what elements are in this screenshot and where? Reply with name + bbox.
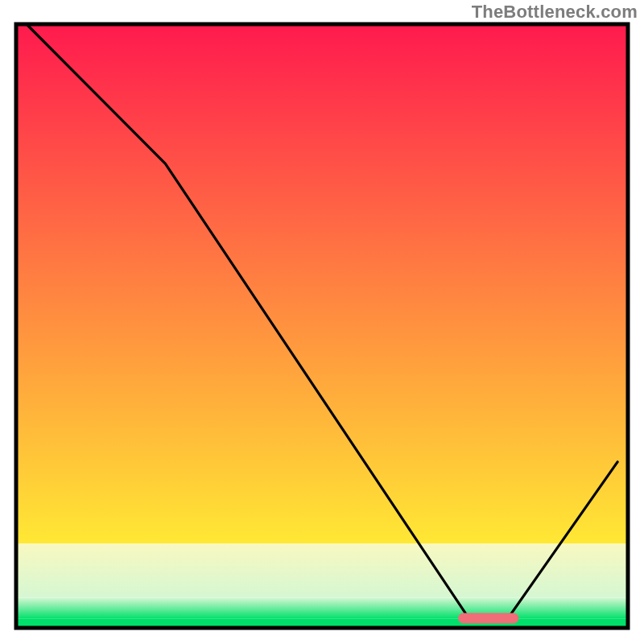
gradient-band [16, 598, 628, 619]
bottleneck-plot [0, 0, 644, 644]
gradient-band [16, 543, 628, 598]
chart-stage: TheBottleneck.com [0, 0, 644, 644]
gradient-band [16, 24, 628, 543]
